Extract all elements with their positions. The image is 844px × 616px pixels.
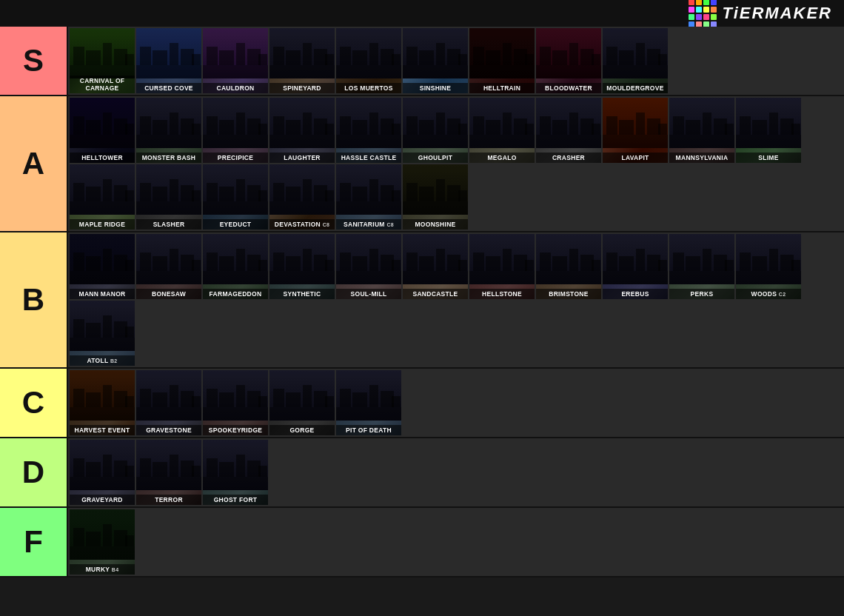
map-card[interactable]: PIT OF DEATH (336, 370, 401, 435)
map-card[interactable]: CRASHER (536, 98, 601, 163)
map-card[interactable]: SOUL-MILL (336, 234, 401, 299)
map-card[interactable]: HELLSTONE (469, 234, 535, 299)
map-card[interactable]: GHOST FORT (203, 440, 268, 505)
svg-rect-193 (170, 249, 178, 271)
svg-rect-285 (247, 391, 261, 407)
svg-rect-264 (114, 321, 127, 338)
svg-rect-67 (103, 113, 112, 135)
tier-table: SCARNIVAL OF CARNAGECURSED COVECAULDRONS… (0, 27, 844, 578)
tier-row-d: DGRAVEYARDTERRORGHOST FORT (0, 438, 844, 508)
svg-rect-219 (406, 252, 418, 271)
map-card[interactable]: EREBUS (603, 234, 668, 299)
svg-rect-315 (203, 440, 268, 490)
svg-rect-155 (203, 201, 268, 215)
map-card[interactable]: MONSTER BASH (136, 98, 201, 163)
svg-rect-85 (269, 135, 335, 148)
svg-rect-199 (219, 256, 234, 271)
map-card[interactable]: SINSHINE (403, 28, 468, 93)
map-card[interactable]: SPINEYARD (269, 28, 335, 93)
svg-rect-201 (247, 255, 261, 271)
map-card[interactable]: BLOODWATER (536, 28, 601, 93)
svg-rect-250 (714, 255, 727, 271)
map-card[interactable]: MEGALO (469, 98, 535, 163)
map-card[interactable]: PERKS (669, 234, 734, 299)
map-card[interactable]: WOODS c2 (736, 234, 801, 299)
map-card[interactable]: GORGE (269, 370, 335, 435)
svg-rect-249 (703, 249, 711, 271)
svg-rect-183 (70, 271, 135, 284)
svg-rect-178 (419, 187, 434, 201)
map-card[interactable]: HELLTRAIN (469, 28, 535, 93)
svg-rect-213 (352, 256, 367, 271)
svg-rect-314 (192, 466, 201, 477)
svg-rect-291 (303, 385, 312, 407)
svg-rect-176 (403, 201, 468, 215)
svg-rect-111 (525, 124, 534, 135)
map-card[interactable]: PRECIPICE (203, 98, 268, 163)
map-card[interactable]: MOONSHINE (403, 164, 468, 230)
svg-rect-254 (740, 252, 751, 271)
tier-label-d: D (0, 438, 67, 506)
map-name-label: CARNIVAL OF CARNAGE (70, 76, 135, 93)
map-card[interactable]: HASSLE CASTLE (336, 98, 401, 163)
svg-rect-316 (203, 477, 268, 490)
map-card[interactable]: GRAVEYARD (70, 440, 135, 505)
map-name-label: SOUL-MILL (336, 289, 401, 299)
svg-rect-313 (181, 461, 194, 477)
map-card[interactable]: LAVAPIT (603, 98, 668, 163)
tier-content-b: MANN MANORBONESAWFARMAGEDDONSYNTHETICSOU… (67, 232, 844, 367)
svg-rect-165 (303, 179, 312, 201)
map-card[interactable]: SYNTHETIC (269, 234, 335, 299)
map-card[interactable]: CAULDRON (203, 28, 268, 93)
map-name-label: MONSTER BASH (136, 153, 201, 163)
map-card[interactable]: BRIMSTONE (536, 234, 601, 299)
map-card[interactable]: LAUGHTER (269, 98, 335, 163)
svg-rect-98 (403, 98, 468, 148)
svg-rect-103 (447, 118, 460, 135)
map-card[interactable]: BONESAW (136, 234, 201, 299)
map-card[interactable]: TERROR (136, 440, 201, 505)
svg-rect-78 (203, 135, 268, 148)
map-card[interactable]: SLIME (736, 98, 801, 163)
map-card[interactable]: ATOLL b2 (70, 301, 135, 366)
map-card[interactable]: EYEDUCT (203, 164, 268, 230)
map-card[interactable]: LOS MUERTOS (336, 28, 401, 93)
map-card[interactable]: HELLTOWER (70, 98, 135, 163)
map-card[interactable]: GHOULPIT (403, 98, 468, 163)
map-card[interactable]: MANN MANOR (70, 234, 135, 299)
map-card[interactable]: CURSED COVE (136, 28, 201, 93)
map-name-label: DEVASTATION c8 (269, 219, 335, 230)
map-card[interactable]: GRAVESTONE (136, 370, 201, 435)
map-card[interactable]: SLASHER (136, 164, 201, 230)
map-name-label: MANNSYLVANIA (669, 153, 734, 163)
svg-rect-215 (381, 255, 394, 271)
svg-rect-63 (70, 98, 135, 148)
map-name-label: TERROR (136, 495, 201, 505)
svg-rect-113 (536, 135, 601, 148)
svg-rect-153 (192, 190, 201, 201)
svg-rect-70 (136, 98, 201, 148)
map-card[interactable]: MOULDERGROVE (603, 28, 668, 93)
svg-rect-243 (647, 255, 660, 271)
svg-rect-73 (153, 120, 167, 135)
map-card[interactable]: MAPLE RIDGE (70, 164, 135, 230)
map-card[interactable]: DEVASTATION c8 (269, 164, 335, 230)
map-card[interactable]: CARNIVAL OF CARNAGE (70, 28, 135, 93)
map-card[interactable]: HARVEST EVENT (70, 370, 135, 435)
map-card[interactable]: SANDCASTLE (403, 234, 468, 299)
map-card[interactable]: FARMAGEDDON (203, 234, 268, 299)
map-card[interactable]: SANITARIUM c8 (336, 164, 401, 230)
svg-rect-12 (181, 49, 194, 65)
svg-rect-32 (369, 43, 378, 65)
svg-rect-120 (603, 135, 668, 148)
svg-rect-56 (603, 28, 668, 78)
map-card[interactable]: SPOOKEYRIDGE (203, 370, 268, 435)
map-card[interactable]: MANNSYLVANIA (669, 98, 734, 163)
svg-rect-69 (125, 124, 134, 135)
svg-rect-304 (86, 462, 101, 477)
map-name-label: MAPLE RIDGE (70, 219, 135, 230)
map-card[interactable]: MURKY b4 (70, 509, 135, 575)
map-name-label: CURSED COVE (136, 83, 201, 93)
map-name-label: LAVAPIT (603, 153, 668, 163)
svg-rect-57 (603, 65, 668, 78)
